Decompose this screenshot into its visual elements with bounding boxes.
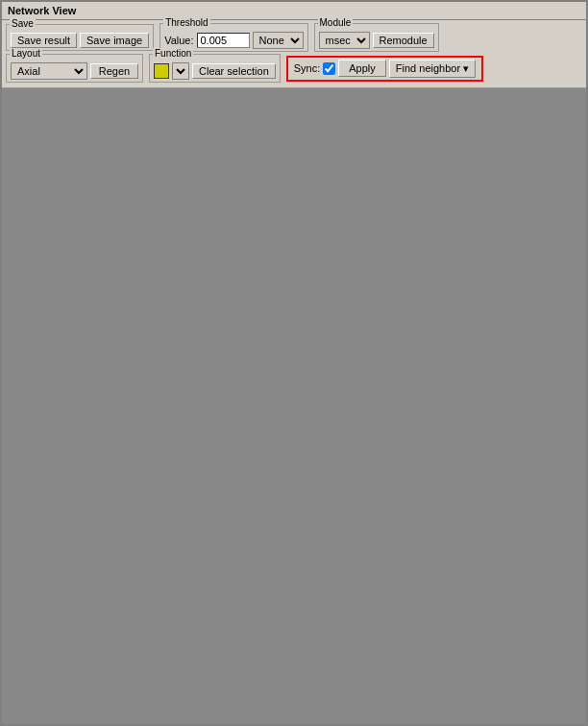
- sync-label: Sync:: [294, 62, 321, 74]
- threshold-group-label: Threshold: [163, 17, 209, 28]
- window-title: Network View: [8, 5, 76, 16]
- layout-group: Layout Axial Regen: [6, 54, 143, 83]
- layout-group-label: Layout: [10, 48, 42, 59]
- save-group: Save Save result Save image: [6, 24, 154, 51]
- title-bar: Network View: [2, 2, 586, 20]
- function-group-label: Function: [153, 48, 193, 59]
- network-view-window: Network View Save Save result Save image…: [0, 0, 588, 726]
- network-svg: [2, 88, 586, 724]
- threshold-input[interactable]: [197, 33, 250, 48]
- network-canvas: [2, 88, 586, 724]
- module-select[interactable]: msec: [319, 32, 370, 49]
- remodule-button[interactable]: Remodule: [373, 33, 434, 48]
- toolbar: Save Save result Save image Threshold Va…: [2, 20, 586, 88]
- sync-apply-area: Sync: Apply Find neighbor ▾: [286, 56, 483, 82]
- layout-select[interactable]: Axial: [11, 62, 87, 80]
- find-neighbor-label: Find neighbor: [396, 62, 460, 74]
- toolbar-row-1: Save Save result Save image Threshold Va…: [6, 23, 582, 52]
- clear-selection-button[interactable]: Clear selection: [192, 63, 276, 79]
- function-select[interactable]: [172, 62, 189, 80]
- function-group: Function Clear selection: [149, 54, 281, 83]
- toolbar-row-2: Layout Axial Regen Function Clear select…: [6, 54, 582, 83]
- apply-button[interactable]: Apply: [338, 60, 386, 77]
- find-neighbor-button[interactable]: Find neighbor ▾: [389, 60, 476, 78]
- threshold-select[interactable]: None: [253, 32, 304, 49]
- color-picker-button[interactable]: [154, 63, 169, 79]
- save-result-button[interactable]: Save result: [11, 33, 77, 48]
- value-label: Value:: [164, 35, 193, 46]
- module-group: Module msec Remodule: [314, 23, 439, 52]
- save-group-label: Save: [10, 18, 36, 29]
- save-image-button[interactable]: Save image: [80, 33, 149, 48]
- find-neighbor-dropdown-icon: ▾: [463, 62, 469, 75]
- sync-checkbox[interactable]: [323, 62, 335, 75]
- regen-button[interactable]: Regen: [90, 63, 138, 79]
- module-group-label: Module: [318, 17, 354, 28]
